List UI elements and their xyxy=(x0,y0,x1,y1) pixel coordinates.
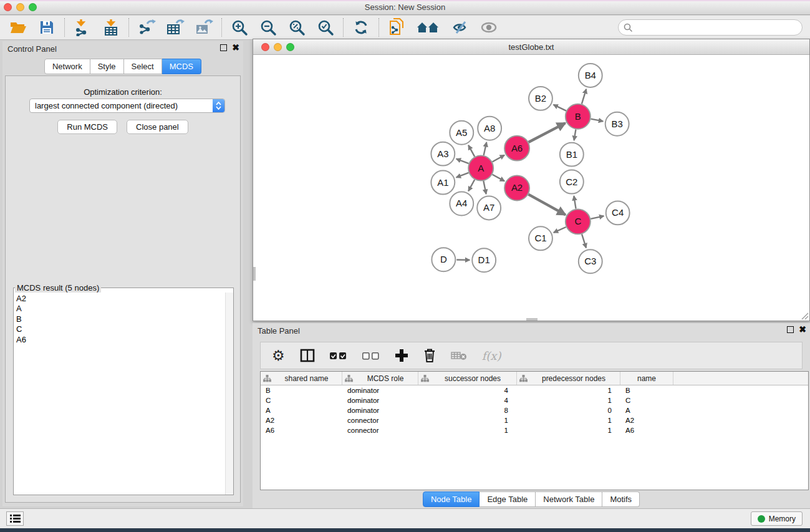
import-table-icon[interactable] xyxy=(102,18,120,37)
save-session-icon[interactable] xyxy=(37,18,56,37)
table-row[interactable]: Adominator80A xyxy=(261,405,808,415)
graph-node[interactable]: B3 xyxy=(605,112,629,136)
export-network-icon[interactable] xyxy=(137,18,156,37)
tab-edge-table[interactable]: Edge Table xyxy=(480,491,536,507)
list-item[interactable]: B xyxy=(14,314,225,324)
graph-edge[interactable] xyxy=(529,123,566,142)
table-cell[interactable]: 1 xyxy=(517,395,620,405)
zoom-fit-icon[interactable] xyxy=(287,18,306,37)
graph-node[interactable]: A5 xyxy=(450,121,473,145)
table-cell[interactable]: A6 xyxy=(261,425,342,435)
open-session-icon[interactable] xyxy=(9,18,27,37)
table-row[interactable]: A2connector11A2 xyxy=(261,415,808,425)
table-cell[interactable]: connector xyxy=(342,415,418,425)
graph-edge[interactable] xyxy=(554,105,566,111)
graph-node[interactable]: A3 xyxy=(431,142,455,166)
tab-node-table[interactable]: Node Table xyxy=(423,491,480,507)
show-hide-graphics-icon[interactable] xyxy=(451,18,470,37)
graph-edge[interactable] xyxy=(493,155,504,162)
table-row[interactable]: Bdominator41B xyxy=(261,385,808,395)
zoom-in-icon[interactable] xyxy=(230,18,249,37)
show-columns-icon[interactable] xyxy=(300,349,315,362)
list-item[interactable]: C xyxy=(14,324,225,334)
graph-edge[interactable] xyxy=(574,129,576,140)
vertical-scroll-nub[interactable] xyxy=(253,267,256,281)
import-network-icon[interactable] xyxy=(73,18,92,37)
graph-edge[interactable] xyxy=(483,181,486,194)
table-cell[interactable]: 1 xyxy=(517,415,620,425)
graph-node[interactable]: A6 xyxy=(504,136,529,161)
tab-network[interactable]: Network xyxy=(44,59,90,74)
graph-node[interactable]: D1 xyxy=(472,248,496,272)
column-header[interactable]: MCDS role xyxy=(342,372,418,385)
graph-node[interactable]: A2 xyxy=(504,176,529,201)
select-all-columns-icon[interactable] xyxy=(330,352,347,360)
list-item[interactable]: A xyxy=(14,304,225,314)
refresh-icon[interactable] xyxy=(352,18,370,37)
table-cell[interactable]: dominator xyxy=(342,385,418,395)
graph-node[interactable]: C4 xyxy=(606,201,630,225)
table-cell[interactable]: B xyxy=(620,385,673,395)
delete-table-icon[interactable] xyxy=(451,351,467,360)
graph-node[interactable]: B4 xyxy=(579,64,602,87)
close-panel-icon[interactable]: ✖ xyxy=(799,326,806,333)
list-item[interactable]: A2 xyxy=(14,294,225,304)
graph-edge[interactable] xyxy=(554,227,566,233)
task-history-button[interactable] xyxy=(6,511,24,526)
tab-network-table[interactable]: Network Table xyxy=(536,491,602,507)
memory-button[interactable]: Memory xyxy=(751,511,803,526)
graph-node[interactable]: A1 xyxy=(431,171,455,195)
graph-node[interactable]: C1 xyxy=(529,226,552,250)
network-canvas[interactable]: AA5A8A3A1A4A7A6A2BB2B4B3B1CC2C4C1C3DD1 xyxy=(253,56,809,321)
tab-motifs[interactable]: Motifs xyxy=(602,491,640,507)
table-settings-gear-icon[interactable]: ⚙ xyxy=(272,349,285,362)
column-header[interactable]: successor nodes xyxy=(418,372,517,385)
table-cell[interactable]: 8 xyxy=(418,405,517,415)
zoom-selected-icon[interactable] xyxy=(316,18,335,37)
graph-node[interactable]: C2 xyxy=(560,170,584,194)
delete-column-trash-icon[interactable] xyxy=(423,348,436,363)
export-table-icon[interactable] xyxy=(166,18,185,37)
table-cell[interactable]: B xyxy=(261,385,342,395)
float-panel-icon[interactable] xyxy=(220,44,227,51)
table-row[interactable]: A6connector11A6 xyxy=(261,425,808,435)
table-row[interactable]: Cdominator41C xyxy=(261,395,808,405)
table-cell[interactable]: 1 xyxy=(418,415,517,425)
graph-node[interactable]: D xyxy=(432,248,455,271)
table-cell[interactable]: A2 xyxy=(261,415,342,425)
graph-edge[interactable] xyxy=(574,196,576,208)
table-cell[interactable]: C xyxy=(261,395,342,405)
column-header[interactable]: predecessor nodes xyxy=(517,372,620,385)
graph-edge[interactable] xyxy=(484,142,487,155)
graph-node[interactable]: B2 xyxy=(529,87,552,110)
search-box[interactable] xyxy=(618,19,803,36)
tab-select[interactable]: Select xyxy=(124,59,162,74)
column-header[interactable]: shared name xyxy=(261,372,342,385)
graph-node[interactable]: A4 xyxy=(450,191,473,215)
list-item[interactable]: A6 xyxy=(14,335,225,345)
graph-edge[interactable] xyxy=(528,195,565,215)
table-cell[interactable]: A2 xyxy=(620,415,673,425)
table-cell[interactable]: 1 xyxy=(517,425,620,435)
zoom-out-icon[interactable] xyxy=(259,18,277,37)
result-scrollbar[interactable] xyxy=(225,293,233,495)
table-cell[interactable]: C xyxy=(620,395,673,405)
graph-edge[interactable] xyxy=(582,234,586,248)
close-panel-button[interactable]: Close panel xyxy=(127,120,188,134)
search-input[interactable] xyxy=(636,23,797,32)
network-window-titlebar[interactable]: testGlobe.txt xyxy=(253,39,809,55)
table-cell[interactable]: connector xyxy=(342,425,418,435)
graph-edge[interactable] xyxy=(493,175,504,181)
copy-style-icon[interactable] xyxy=(387,18,406,37)
table-cell[interactable]: 4 xyxy=(418,395,517,405)
close-panel-icon[interactable]: ✖ xyxy=(232,44,239,51)
graph-node[interactable]: B1 xyxy=(560,143,584,167)
tab-mcds[interactable]: MCDS xyxy=(162,59,201,74)
graph-edge[interactable] xyxy=(591,216,604,219)
tab-style[interactable]: Style xyxy=(90,59,124,74)
graph-edge[interactable] xyxy=(468,180,475,191)
export-image-icon[interactable] xyxy=(195,18,213,37)
graph-node[interactable]: C xyxy=(566,209,591,234)
resize-grip-icon[interactable] xyxy=(800,311,809,320)
column-header[interactable]: name xyxy=(620,372,673,385)
